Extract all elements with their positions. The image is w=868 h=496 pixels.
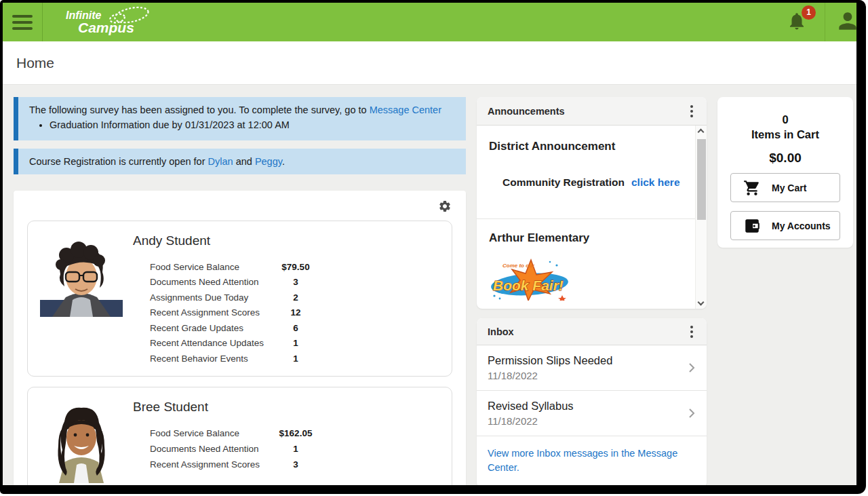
scroll-down-icon[interactable] <box>698 299 705 306</box>
inbox-message-row[interactable]: Revised Syllabus 11/18/2022 <box>477 391 707 436</box>
survey-banner-text: The following survey has been assigned t… <box>29 104 370 115</box>
screenshot-frame: Infinite Campus 1 Home The following su <box>0 0 866 494</box>
survey-banner: The following survey has been assigned t… <box>14 97 466 140</box>
right-column: 0 Items in Cart $0.00 My Cart My Account… <box>717 97 853 248</box>
left-column: The following survey has been assigned t… <box>14 97 466 485</box>
click-here-link[interactable]: click here <box>631 176 680 188</box>
svg-text:Book Fair!: Book Fair! <box>493 278 564 293</box>
stat-row: Food Service Balance$79.50 <box>150 259 323 275</box>
inbox-message-title: Permission Slips Needed <box>488 352 679 368</box>
notifications-button[interactable]: 1 <box>787 11 807 34</box>
cart-panel: 0 Items in Cart $0.00 My Cart My Account… <box>717 97 853 248</box>
app-window: Infinite Campus 1 Home The following su <box>3 3 856 485</box>
stat-row: Documents Need Attention1 <box>150 441 323 457</box>
student-stats: Food Service Balance$162.05 Documents Ne… <box>150 425 323 472</box>
course-registration-banner: Course Registration is currently open fo… <box>14 149 466 174</box>
student-card-bree[interactable]: Bree Student Food Service Balance$162.05… <box>27 387 452 485</box>
my-accounts-label: My Accounts <box>772 221 831 231</box>
community-registration-line: Community Registrationclick here <box>502 176 680 189</box>
user-menu-button[interactable] <box>835 8 856 37</box>
students-widget: Andy Student Food Service Balance$79.50 … <box>14 191 466 485</box>
inbox-panel: Inbox Permission Slips Needed 11/18/2022… <box>477 318 707 485</box>
inbox-message-title: Revised Syllabus <box>488 398 679 414</box>
course-reg-text: Course Registration is currently open fo… <box>29 156 208 167</box>
inbox-header: Inbox <box>477 318 707 345</box>
inbox-message-row[interactable]: Permission Slips Needed 11/18/2022 <box>477 345 707 391</box>
inbox-title: Inbox <box>488 326 688 337</box>
student-card-andy[interactable]: Andy Student Food Service Balance$79.50 … <box>27 221 452 377</box>
stat-row: Recent Assignment Scores12 <box>150 305 323 321</box>
stat-row: Recent Attendance Updates1 <box>150 336 323 351</box>
middle-column: Announcements District Announcement Comm… <box>477 97 707 485</box>
announcement-divider <box>477 218 695 219</box>
scrollbar-thumb[interactable] <box>697 139 706 220</box>
settings-button[interactable] <box>438 199 452 216</box>
scrollbar[interactable] <box>695 126 707 309</box>
chevron-right-icon <box>684 405 700 421</box>
inbox-message-date: 11/18/2022 <box>488 368 679 383</box>
page-title: Home <box>16 55 54 71</box>
student-photo-andy <box>40 235 123 317</box>
announcements-header: Announcements <box>477 97 707 126</box>
my-accounts-button[interactable]: My Accounts <box>730 211 840 240</box>
student-name: Bree Student <box>133 400 208 415</box>
user-icon <box>835 8 856 34</box>
infinite-campus-logo: Infinite Campus <box>63 5 157 39</box>
gear-icon <box>438 199 452 213</box>
kebab-menu-icon[interactable] <box>688 102 696 120</box>
my-cart-label: My Cart <box>772 183 806 193</box>
dylan-link[interactable]: Dylan <box>208 156 233 167</box>
app-header: Infinite Campus 1 <box>3 3 856 41</box>
stat-row: Assignments Due Today2 <box>150 290 323 305</box>
announcements-panel: Announcements District Announcement Comm… <box>477 97 707 309</box>
logo-text-line2: Campus <box>78 20 134 35</box>
hamburger-icon <box>12 15 33 18</box>
student-photo-bree <box>40 401 123 483</box>
announcements-body: District Announcement Community Registra… <box>477 126 707 309</box>
school-announcement-heading: Arthur Elementary <box>489 231 589 245</box>
main-content: The following survey has been assigned t… <box>3 85 856 485</box>
student-stats: Food Service Balance$79.50 Documents Nee… <box>150 259 323 366</box>
announcements-title: Announcements <box>488 106 688 117</box>
wallet-icon <box>743 217 761 235</box>
stat-row: Documents Need Attention3 <box>150 275 323 290</box>
page-title-bar: Home <box>3 41 856 85</box>
chevron-right-icon <box>684 360 700 376</box>
inbox-message-date: 11/18/2022 <box>488 414 679 429</box>
cart-total: $0.00 <box>769 150 802 166</box>
survey-banner-bullet: Graduation Information due by 01/31/2023… <box>50 119 455 130</box>
cart-icon <box>743 179 761 197</box>
peggy-link[interactable]: Peggy <box>255 156 282 167</box>
cart-item-count: 0 <box>782 112 788 127</box>
cart-count-label: Items in Cart <box>751 127 819 142</box>
notification-badge: 1 <box>802 5 816 20</box>
kebab-menu-icon[interactable] <box>688 323 696 341</box>
stat-row: Recent Assignment Scores3 <box>150 457 323 472</box>
student-name: Andy Student <box>133 233 210 248</box>
stat-row: Recent Behavior Events1 <box>150 351 323 366</box>
my-cart-button[interactable]: My Cart <box>730 173 840 202</box>
scroll-up-icon[interactable] <box>698 129 705 136</box>
stat-row: Recent Grade Updates6 <box>150 320 323 336</box>
main-menu-button[interactable] <box>3 3 43 41</box>
svg-text:Come to our: Come to our <box>502 263 535 269</box>
header-divider <box>825 3 825 41</box>
book-fair-logo: Come to our Book Fair! <box>489 259 570 301</box>
view-more-inbox-link[interactable]: View more Inbox messages in the Message … <box>477 436 707 485</box>
district-announcement-heading: District Announcement <box>489 140 615 153</box>
message-center-link[interactable]: Message Center <box>370 104 441 115</box>
stat-row: Food Service Balance$162.05 <box>150 425 323 441</box>
